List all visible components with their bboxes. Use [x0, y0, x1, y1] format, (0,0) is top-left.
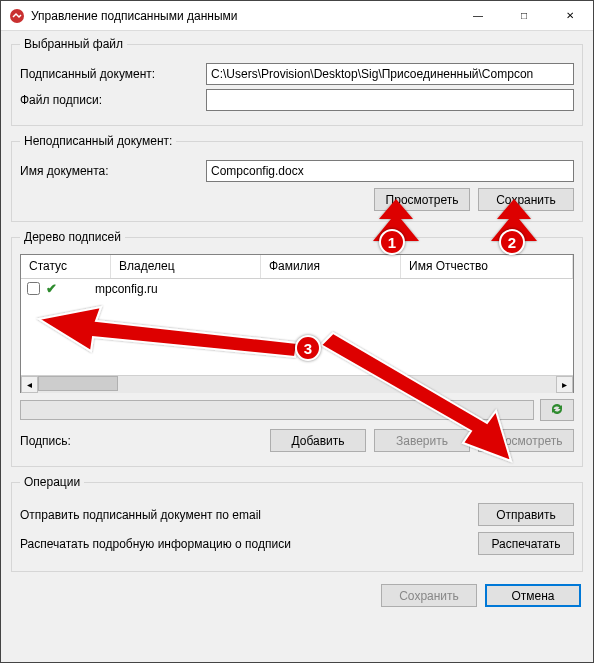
dialog-buttons: Сохранить Отмена — [11, 580, 583, 609]
add-signature-button[interactable]: Добавить — [270, 429, 366, 452]
tree-row-checkbox[interactable] — [27, 282, 40, 295]
minimize-button[interactable]: — — [455, 1, 501, 31]
save-doc-button[interactable]: Сохранить — [478, 188, 574, 211]
maximize-button[interactable]: □ — [501, 1, 547, 31]
tree-header: Статус Владелец Фамилия Имя Отчество — [21, 255, 573, 279]
tree-body: ✔ mpconfig.ru — [21, 279, 573, 375]
doc-name-label: Имя документа: — [20, 164, 198, 178]
client-area: Выбранный файл Подписанный документ: Фай… — [1, 31, 593, 619]
close-button[interactable]: ✕ — [547, 1, 593, 31]
group-unsigned-doc-legend: Неподписанный документ: — [20, 134, 176, 148]
check-icon: ✔ — [46, 281, 57, 296]
group-signature-tree-legend: Дерево подписей — [20, 230, 125, 244]
progress-bar — [20, 400, 534, 420]
titlebar: Управление подписанными данными — □ ✕ — [1, 1, 593, 31]
signature-tree[interactable]: Статус Владелец Фамилия Имя Отчество ✔ m… — [20, 254, 574, 393]
tree-row-text: mpconfig.ru — [95, 282, 158, 296]
scroll-right-icon[interactable]: ▸ — [556, 376, 573, 393]
doc-name-input[interactable] — [206, 160, 574, 182]
col-surname[interactable]: Фамилия — [261, 255, 401, 278]
sig-file-input[interactable] — [206, 89, 574, 111]
tree-row[interactable]: ✔ mpconfig.ru — [21, 279, 573, 298]
certify-button[interactable]: Заверить — [374, 429, 470, 452]
group-operations: Операции Отправить подписанный документ … — [11, 475, 583, 572]
col-given[interactable]: Имя Отчество — [401, 255, 573, 278]
col-owner[interactable]: Владелец — [111, 255, 261, 278]
window-title: Управление подписанными данными — [31, 9, 455, 23]
app-icon — [9, 8, 25, 24]
view-doc-button[interactable]: Просмотреть — [374, 188, 470, 211]
sig-file-label: Файл подписи: — [20, 93, 198, 107]
print-op-label: Распечатать подробную информацию о подпи… — [20, 537, 478, 551]
group-signature-tree: Дерево подписей Статус Владелец Фамилия … — [11, 230, 583, 467]
refresh-icon — [549, 402, 565, 419]
group-operations-legend: Операции — [20, 475, 84, 489]
email-op-label: Отправить подписанный документ по email — [20, 508, 478, 522]
group-selected-file: Выбранный файл Подписанный документ: Фай… — [11, 37, 583, 126]
tree-hscrollbar[interactable]: ◂ ▸ — [21, 375, 573, 392]
col-status[interactable]: Статус — [21, 255, 111, 278]
refresh-button[interactable] — [540, 399, 574, 421]
print-button[interactable]: Распечатать — [478, 532, 574, 555]
signed-doc-input[interactable] — [206, 63, 574, 85]
signed-doc-label: Подписанный документ: — [20, 67, 198, 81]
bottom-cancel-button[interactable]: Отмена — [485, 584, 581, 607]
bottom-save-button[interactable]: Сохранить — [381, 584, 477, 607]
send-email-button[interactable]: Отправить — [478, 503, 574, 526]
view-signature-button[interactable]: Просмотреть — [478, 429, 574, 452]
scroll-track[interactable] — [38, 376, 556, 393]
group-unsigned-doc: Неподписанный документ: Имя документа: П… — [11, 134, 583, 222]
group-selected-file-legend: Выбранный файл — [20, 37, 127, 51]
scroll-thumb[interactable] — [38, 376, 118, 391]
scroll-left-icon[interactable]: ◂ — [21, 376, 38, 393]
signature-label: Подпись: — [20, 434, 90, 448]
